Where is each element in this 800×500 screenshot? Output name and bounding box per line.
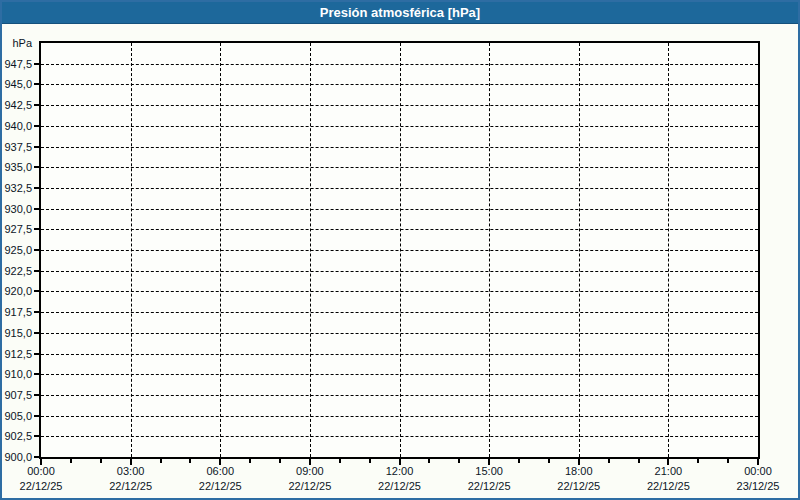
y-axis-label: 935,0 [4,161,32,173]
x-minor-tick [518,459,520,463]
y-tick [34,125,39,127]
x-axis-date-label: 23/12/25 [737,480,780,492]
y-axis-label: 930,0 [4,203,32,215]
y-axis-label: 925,0 [4,244,32,256]
y-tick [34,353,39,355]
x-axis-time-label: 03:00 [117,465,145,477]
y-axis-label: 907,5 [4,389,32,401]
y-tick [34,228,39,230]
x-minor-tick [608,459,610,463]
y-tick [34,332,39,334]
x-minor-tick [428,459,430,463]
y-axis-label: 940,0 [4,120,32,132]
y-axis-label: 947,5 [4,58,32,70]
x-axis-time-label: 15:00 [475,465,503,477]
y-axis-label: 902,5 [4,430,32,442]
y-axis-label: 937,5 [4,141,32,153]
y-tick [34,83,39,85]
y-axis-label: 927,5 [4,223,32,235]
x-axis-date-label: 22/12/25 [20,480,63,492]
y-axis-label: 915,0 [4,327,32,339]
y-axis-label: 932,5 [4,182,32,194]
v-gridline [668,43,669,457]
v-gridline [220,43,221,457]
y-tick [34,187,39,189]
y-tick [34,456,39,458]
x-minor-tick [727,459,729,463]
x-minor-tick [70,459,72,463]
y-axis-unit-label: hPa [12,37,32,49]
x-minor-tick [339,459,341,463]
x-major-tick [219,459,221,465]
x-axis-date-label: 22/12/25 [557,480,600,492]
x-minor-tick [458,459,460,463]
x-minor-tick [249,459,251,463]
y-axis-label: 922,5 [4,265,32,277]
x-major-tick [578,459,580,465]
x-major-tick [399,459,401,465]
chart-title: Presión atmosférica [hPa] [320,5,480,20]
y-tick [34,166,39,168]
x-major-tick [309,459,311,465]
x-minor-tick [100,459,102,463]
v-gridline [579,43,580,457]
plot-area: hPa 947,5945,0942,5940,0937,5935,0932,59… [39,41,760,459]
y-tick [34,290,39,292]
v-gridline [310,43,311,457]
y-tick [34,415,39,417]
y-tick [34,394,39,396]
x-axis-time-label: 00:00 [27,465,55,477]
y-axis-label: 920,0 [4,285,32,297]
x-axis-time-label: 21:00 [655,465,683,477]
y-tick [34,270,39,272]
y-tick [34,208,39,210]
x-axis-date-label: 22/12/25 [288,480,331,492]
y-axis-label: 910,0 [4,368,32,380]
x-axis-date-label: 22/12/25 [647,480,690,492]
chart-window: Presión atmosférica [hPa] hPa 947,5945,0… [0,0,800,500]
x-axis-date-label: 22/12/25 [378,480,421,492]
y-tick [34,104,39,106]
x-axis-time-label: 09:00 [296,465,324,477]
x-minor-tick [697,459,699,463]
y-tick [34,249,39,251]
y-axis-label: 942,5 [4,99,32,111]
x-minor-tick [638,459,640,463]
v-gridline [400,43,401,457]
x-axis-time-label: 06:00 [206,465,234,477]
y-axis-label: 912,5 [4,348,32,360]
y-tick [34,63,39,65]
y-tick [34,311,39,313]
x-axis-time-label: 12:00 [386,465,414,477]
x-major-tick [488,459,490,465]
x-minor-tick [548,459,550,463]
x-minor-tick [369,459,371,463]
x-major-tick [667,459,669,465]
x-axis-date-label: 22/12/25 [109,480,152,492]
chart-title-bar: Presión atmosférica [hPa] [2,2,798,24]
x-axis-date-label: 22/12/25 [199,480,242,492]
x-minor-tick [279,459,281,463]
y-axis-label: 900,0 [4,451,32,463]
x-minor-tick [160,459,162,463]
y-tick [34,373,39,375]
y-tick [34,435,39,437]
x-axis-time-label: 18:00 [565,465,593,477]
x-major-tick [757,459,759,465]
x-axis-date-label: 22/12/25 [468,480,511,492]
y-axis-label: 917,5 [4,306,32,318]
v-gridline [131,43,132,457]
y-axis-label: 945,0 [4,78,32,90]
x-minor-tick [189,459,191,463]
v-gridline [489,43,490,457]
x-major-tick [130,459,132,465]
y-axis-label: 905,0 [4,410,32,422]
x-major-tick [40,459,42,465]
x-axis-time-label: 00:00 [744,465,772,477]
y-tick [34,146,39,148]
